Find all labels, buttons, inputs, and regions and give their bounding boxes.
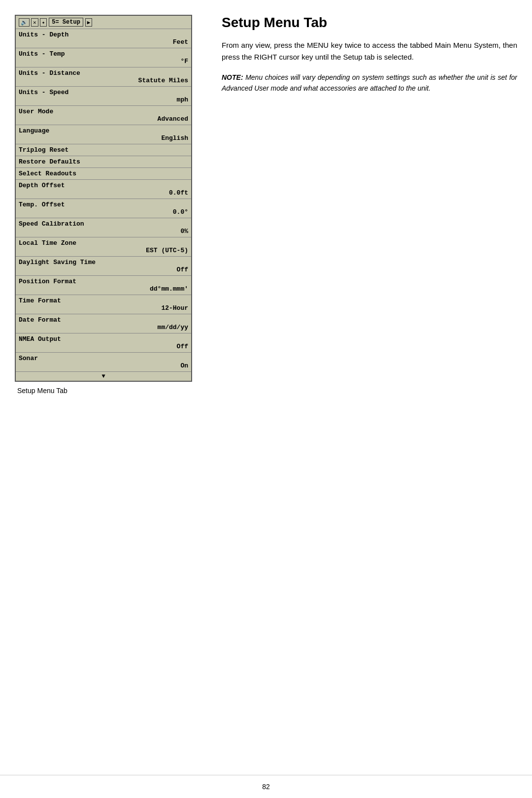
menu-item[interactable]: Time Format12-Hour [16,295,191,314]
menu-item[interactable]: Units - DepthFeet [16,29,191,48]
menu-item[interactable]: Restore Defaults [16,156,191,168]
menu-item-value: English [19,134,188,142]
menu-item[interactable]: Date Formatmm/dd/yy [16,314,191,333]
left-panel: 🔊 ✕ ✦ 5= Setup ▶ Units - DepthFeetUnits … [15,15,202,760]
menu-item-label: Triplog Reset [19,146,188,154]
menu-item-label: Depth Offset [19,182,188,189]
menu-item[interactable]: Units - DistanceStatute Miles [16,67,191,87]
menu-item-value: Advanced [19,115,188,123]
menu-item-value: Off [19,266,188,273]
menu-item[interactable]: Speed Calibration0% [16,218,191,237]
menu-item-label: Units - Speed [19,89,188,96]
menu-item[interactable]: Local Time ZoneEST (UTC-5) [16,237,191,257]
note-label: NOTE: [222,73,243,81]
menu-item-value: dd°mm.mmm' [19,285,188,293]
menu-item-label: Date Format [19,316,188,324]
menu-item-label: Units - Distance [19,69,188,77]
right-panel: Setup Menu Tab From any view, press the … [217,15,517,760]
menu-item-label: Daylight Saving Time [19,259,188,266]
menu-item[interactable]: SonarOn [16,353,191,372]
menu-item-value: mm/dd/yy [19,324,188,331]
menu-item[interactable]: Select Readouts [16,168,191,180]
menu-item-label: NMEA Output [19,335,188,343]
menu-item[interactable]: Triplog Reset [16,144,191,156]
device-header: 🔊 ✕ ✦ 5= Setup ▶ [16,16,191,29]
menu-item[interactable]: Daylight Saving TimeOff [16,257,191,276]
menu-item[interactable]: Position Formatdd°mm.mmm' [16,276,191,295]
page-number: 82 [262,783,270,791]
menu-item[interactable]: User ModeAdvanced [16,106,191,125]
page-title: Setup Menu Tab [222,15,517,31]
menu-item-label: Temp. Offset [19,201,188,208]
menu-item-label: Units - Depth [19,31,188,38]
menu-item-label: Select Readouts [19,170,188,177]
menu-item-value: 12-Hour [19,304,188,312]
menu-item-value: Off [19,343,188,350]
menu-item-value: mph [19,96,188,103]
scroll-down-arrow[interactable]: ▼ [16,372,191,381]
description-paragraph: From any view, press the MENU key twice … [222,39,517,63]
note-paragraph: NOTE: Menu choices will vary depending o… [222,72,517,94]
menu-item-value: °F [19,58,188,65]
menu-item-label: Restore Defaults [19,158,188,166]
setup-tab-label[interactable]: 5= Setup [49,18,83,27]
menu-item-value: Statute Miles [19,77,188,84]
menu-item-value: Feet [19,38,188,46]
menu-item[interactable]: LanguageEnglish [16,125,191,144]
menu-item-value: 0% [19,228,188,235]
menu-item[interactable]: Units - Speedmph [16,87,191,106]
menu-item-label: Local Time Zone [19,239,188,247]
page-footer: 82 [0,775,532,798]
star-icon: ✦ [40,18,47,27]
menu-item-value: On [19,362,188,369]
menu-item[interactable]: Temp. Offset0.0° [16,199,191,218]
header-icons: 🔊 ✕ ✦ [19,18,47,27]
menu-item[interactable]: Depth Offset0.0ft [16,180,191,199]
volume-icon: 🔊 [19,18,30,27]
menu-item-label: Units - Temp [19,50,188,58]
menu-item[interactable]: Units - Temp°F [16,48,191,67]
menu-item-label: Position Format [19,278,188,285]
caption: Setup Menu Tab [15,387,202,395]
content-area: 🔊 ✕ ✦ 5= Setup ▶ Units - DepthFeetUnits … [0,0,532,775]
page: 🔊 ✕ ✦ 5= Setup ▶ Units - DepthFeetUnits … [0,0,532,798]
menu-item[interactable]: NMEA OutputOff [16,333,191,353]
x-icon: ✕ [31,18,38,27]
menu-item-label: Time Format [19,297,188,304]
menu-list: Units - DepthFeetUnits - Temp°FUnits - D… [16,29,191,372]
device-screen: 🔊 ✕ ✦ 5= Setup ▶ Units - DepthFeetUnits … [15,15,192,382]
arrow-icon: ▶ [85,18,93,27]
menu-item-label: User Mode [19,108,188,115]
menu-item-value: 0.0° [19,208,188,216]
note-body: Menu choices will vary depending on syst… [222,73,517,92]
menu-item-value: 0.0ft [19,189,188,197]
menu-item-label: Sonar [19,355,188,362]
menu-item-label: Speed Calibration [19,220,188,228]
menu-item-value: EST (UTC-5) [19,247,188,254]
menu-item-label: Language [19,127,188,134]
